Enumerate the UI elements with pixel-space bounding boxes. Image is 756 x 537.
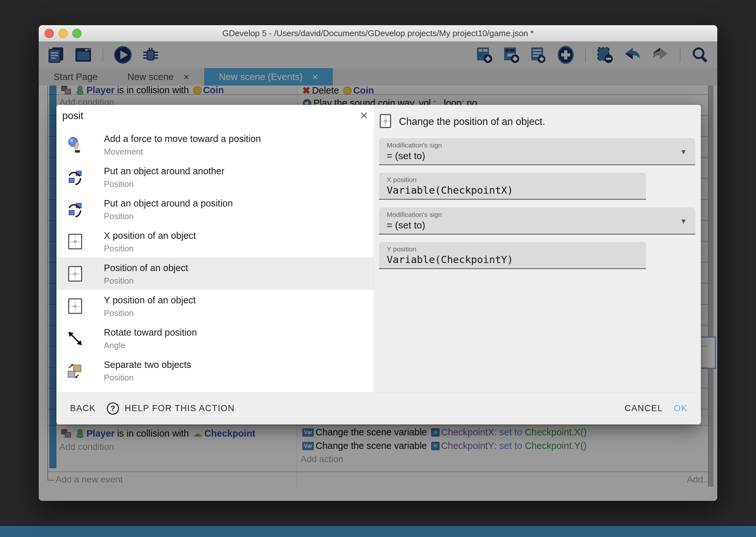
chevron-down-icon[interactable]: ▼ <box>680 148 687 156</box>
app-window: GDevelop 5 - /Users/david/Documents/GDev… <box>39 25 717 501</box>
ok-button[interactable]: OK <box>674 403 687 413</box>
desktop-bottom-strip <box>0 526 756 537</box>
list-item-selected[interactable]: Position of an object Position <box>57 258 374 290</box>
list-item[interactable]: Put an object around a position Position <box>57 193 374 225</box>
list-item[interactable]: Rotate toward position Angle <box>57 322 374 354</box>
action-editor-dialog: posit ✕ Add a force to move toward a pos… <box>57 105 701 424</box>
search-input[interactable]: posit <box>62 110 83 122</box>
action-search-bar: posit ✕ <box>57 105 374 128</box>
list-item[interactable]: X position of an object Position <box>57 225 374 258</box>
close-window-button[interactable] <box>45 29 54 38</box>
action-config-panel: Change the position of an object. Modifi… <box>374 105 701 392</box>
y-position-field[interactable]: Y position Variable(CheckpointY) <box>379 242 646 269</box>
modification-sign-select[interactable]: Modification's sign = (set to) ▼ <box>379 138 695 165</box>
x-position-field[interactable]: X position Variable(CheckpointX) <box>379 173 646 200</box>
modification-sign-select[interactable]: Modification's sign = (set to) ▼ <box>379 208 695 235</box>
titlebar: GDevelop 5 - /Users/david/Documents/GDev… <box>39 25 717 42</box>
list-item[interactable]: Add a force to move toward a position Mo… <box>57 128 374 161</box>
action-list: Add a force to move toward a position Mo… <box>57 128 374 392</box>
help-button[interactable]: ? HELP FOR THIS ACTION <box>107 402 235 415</box>
chevron-down-icon[interactable]: ▼ <box>680 217 687 226</box>
dialog-footer: BACK ? HELP FOR THIS ACTION CANCEL OK <box>57 392 701 424</box>
panel-header: Change the position of an object. <box>379 114 545 129</box>
app-content: Start Page New scene × New scene (Events… <box>39 42 717 501</box>
traffic-lights <box>45 29 82 38</box>
minimize-window-button[interactable] <box>58 29 68 38</box>
clear-search-icon[interactable]: ✕ <box>359 109 368 122</box>
put-around-icon <box>65 168 85 186</box>
back-button[interactable]: BACK <box>70 403 96 413</box>
position-icon <box>379 114 392 129</box>
put-around-icon <box>65 200 85 219</box>
rotate-icon <box>65 329 85 348</box>
list-item[interactable]: Y position of an object Position <box>57 290 374 322</box>
separate-objects-icon <box>65 361 85 380</box>
list-item[interactable]: Separate two objects Position <box>57 354 374 387</box>
position-icon <box>65 297 85 315</box>
help-icon: ? <box>107 402 119 415</box>
panel-title: Change the position of an object. <box>399 116 545 128</box>
cancel-button[interactable]: CANCEL <box>624 403 663 413</box>
movement-icon <box>65 136 85 154</box>
list-item[interactable]: Put an object around another Position <box>57 161 374 193</box>
window-title: GDevelop 5 - /Users/david/Documents/GDev… <box>222 28 533 38</box>
position-icon <box>65 232 85 251</box>
desktop: { "window": { "title": "GDevelop 5 - /Us… <box>0 0 756 537</box>
position-icon <box>65 265 85 283</box>
zoom-window-button[interactable] <box>72 29 82 38</box>
